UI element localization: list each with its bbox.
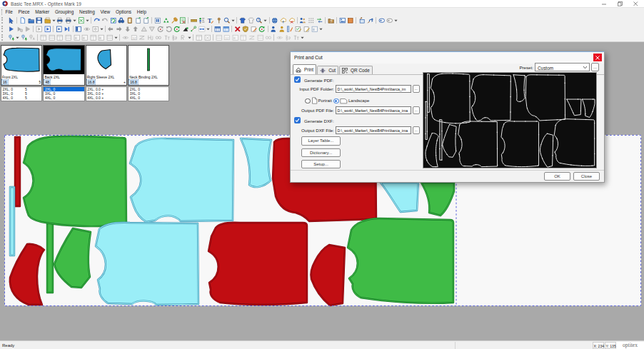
refresh-marker-icon[interactable] [258, 26, 266, 33]
cloud-remove-icon[interactable] [288, 17, 296, 24]
open-file-icon[interactable] [28, 17, 35, 24]
size-table-cell[interactable]: 4XL, 0 [44, 96, 84, 100]
bone-tool-icon[interactable] [198, 26, 206, 33]
plugin-connect-icon[interactable] [367, 17, 374, 24]
layout-pane-5-icon[interactable] [74, 34, 81, 41]
layout-pane-1-icon[interactable] [40, 34, 47, 41]
misc-6-icon[interactable] [257, 34, 264, 41]
piece-green-body-right[interactable] [348, 218, 453, 303]
view-option-3-icon[interactable] [139, 34, 146, 41]
delete-piece-icon[interactable] [234, 26, 241, 33]
capsule-alt-icon[interactable] [386, 17, 393, 24]
misc-2-icon[interactable]: 12 [223, 34, 231, 41]
swap-pieces-icon[interactable] [316, 17, 323, 24]
view-options-dropdown-icon[interactable] [188, 34, 192, 41]
export-table-icon[interactable] [179, 17, 186, 24]
piece-cyan-body-front[interactable] [130, 138, 233, 222]
marker-piece-blue-icon[interactable] [239, 17, 246, 24]
cloud-upload-icon[interactable] [280, 17, 287, 24]
piece-card-neck-binding-2xl[interactable]: Neck Binding 2XL16.8 [128, 45, 169, 86]
undo-icon[interactable] [94, 17, 101, 24]
piece-green-strip[interactable] [47, 220, 53, 293]
recycle-pieces-icon[interactable] [163, 17, 170, 24]
toolbar-grip[interactable] [1, 26, 5, 32]
align-top-icon[interactable] [132, 26, 139, 33]
piece-card-quantity[interactable]: 16.8 [129, 80, 138, 84]
fabric-width-icon[interactable] [271, 17, 278, 24]
layout-pane-8-icon[interactable] [98, 34, 105, 41]
clip-arrow-icon[interactable] [358, 17, 366, 24]
select-cursor-icon[interactable] [8, 17, 15, 24]
import-pds-icon[interactable] [135, 17, 142, 24]
menu-help[interactable]: Help [134, 9, 149, 14]
size-set-icon[interactable] [198, 17, 206, 24]
capsule-active-icon[interactable] [378, 17, 386, 24]
close-button[interactable] [631, 0, 640, 8]
export-excel-dropdown-icon[interactable] [85, 17, 89, 24]
piece-green-body-front[interactable] [24, 136, 126, 226]
misc-10-icon[interactable] [293, 34, 300, 41]
preset-dropdown[interactable]: Custom [535, 63, 590, 71]
piece-card-front-2xl[interactable]: Front 2XL165 [1, 45, 42, 86]
user-gold-icon[interactable] [278, 26, 286, 33]
setup-button[interactable]: Setup... [301, 160, 341, 169]
piece-card-back-2xl[interactable]: Back 2XL48 [43, 45, 84, 86]
generate-pdf-checkbox[interactable] [294, 76, 301, 83]
text-annotation-icon[interactable]: T [207, 17, 214, 24]
print-preview-icon[interactable] [65, 17, 72, 24]
bone-dropdown-icon[interactable] [206, 26, 211, 33]
tools-icon[interactable] [171, 17, 178, 24]
minimize-button[interactable] [600, 0, 608, 8]
flip-horizontal-icon[interactable] [141, 26, 148, 33]
misc-4-icon[interactable] [240, 34, 247, 41]
align-right-icon[interactable] [116, 26, 123, 33]
save-file-icon[interactable] [36, 17, 43, 24]
piece-board-icon[interactable] [126, 17, 134, 24]
misc-7-icon[interactable] [265, 34, 272, 41]
pin-tree-gray-icon[interactable] [29, 34, 36, 41]
size-table-cell[interactable]: 4XL, 0 [129, 96, 168, 100]
nest-step-icon[interactable] [24, 26, 31, 33]
layout-dropdown-icon[interactable] [114, 34, 119, 41]
export-pds-icon[interactable] [143, 17, 150, 24]
dictionary-button[interactable]: Dictionary... [301, 148, 341, 158]
layout-pane-3-icon[interactable] [56, 34, 64, 41]
output-dxf-browse-button[interactable]: ... [413, 126, 420, 135]
window-split-2-icon[interactable] [204, 34, 211, 41]
notes-edit-icon[interactable] [303, 26, 311, 33]
split-view-icon[interactable] [154, 17, 161, 24]
size-table-cell[interactable]: 4XL, 0.0 + [86, 96, 126, 100]
output-pdf-browse-button[interactable]: ... [413, 106, 420, 115]
piece-cyan-body-bottom[interactable] [96, 223, 198, 305]
rotate-left-icon[interactable] [157, 26, 164, 33]
marker-piece-outline-icon[interactable] [248, 17, 255, 24]
view-locked-icon[interactable] [92, 26, 99, 33]
flip-vertical-icon[interactable] [149, 26, 156, 33]
share-users-icon[interactable] [299, 17, 306, 24]
folder-query-icon[interactable]: ? [328, 17, 335, 24]
piece-card-quantity[interactable]: 16 [2, 80, 8, 84]
misc-8-icon[interactable] [276, 34, 283, 41]
piece-red-strip[interactable] [15, 137, 20, 206]
rotate-180-icon[interactable] [173, 26, 181, 33]
input-pdf-browse-button[interactable]: ... [413, 85, 420, 93]
preset-more-button[interactable]: ... [591, 63, 599, 71]
zoom-dropdown-icon[interactable] [231, 17, 236, 24]
rotate-right-icon[interactable] [166, 26, 173, 33]
menu-piece[interactable]: Piece [16, 9, 33, 14]
output-dxf-file-field[interactable]: D:\_work\_Marker\_NestB4Print\barca_ima [336, 126, 411, 135]
layout-edit-icon[interactable] [311, 26, 318, 33]
view-option-1-icon[interactable] [122, 34, 129, 41]
align-left-icon[interactable] [107, 26, 114, 33]
pattern-fill-icon[interactable] [347, 17, 354, 24]
menu-file[interactable]: File [3, 9, 16, 14]
tab-qr-code[interactable]: QR Code [339, 66, 373, 74]
input-pdf-folder-field[interactable]: D:\_work\_Marker\_NestB4Print\barca_im [336, 85, 411, 93]
nest-run-box-icon[interactable] [36, 26, 43, 33]
layer-table-button[interactable]: Layer Table... [301, 136, 341, 146]
layout-pane-2-icon[interactable] [49, 34, 56, 41]
rotate-angle-icon[interactable] [182, 26, 189, 33]
view-option-8-icon[interactable] [180, 34, 187, 41]
layout-pane-4-icon[interactable] [65, 34, 72, 41]
rotate-step-icon[interactable] [190, 26, 197, 33]
